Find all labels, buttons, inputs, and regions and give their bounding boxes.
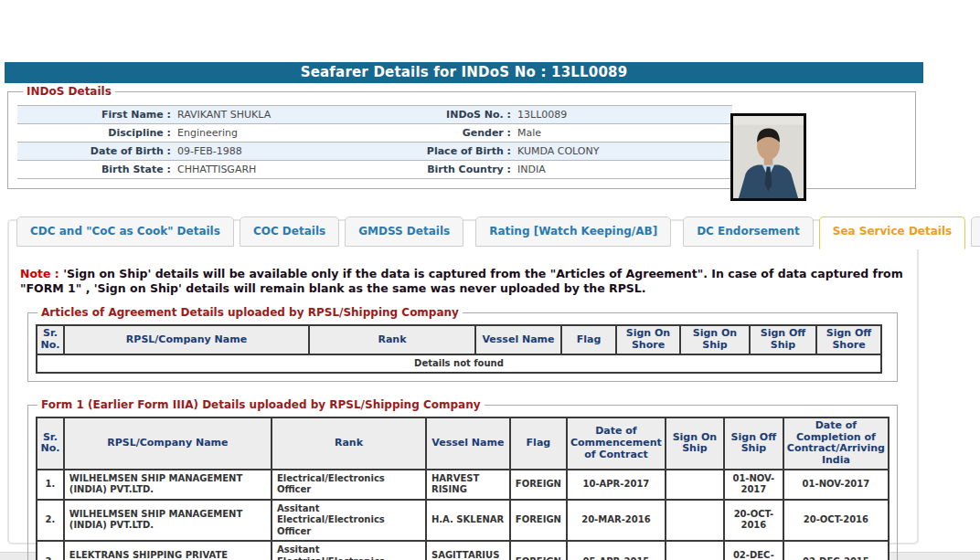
birth-country-label: Birth Country : xyxy=(420,164,511,175)
col-sign-off-ship: Sign Off Ship xyxy=(724,417,783,470)
place-of-birth-value: KUMDA COLONY xyxy=(511,145,732,157)
company-cell: WILHELMSEN SHIP MANAGEMENT (INDIA) PVT.L… xyxy=(64,470,272,500)
company-cell: WILHELMSEN SHIP MANAGEMENT (INDIA) PVT.L… xyxy=(64,500,272,542)
detail-row-discipline: Discipline : Engineering Gender : Male xyxy=(17,124,732,143)
commencement-date-cell: 20-MAR-2016 xyxy=(567,500,666,542)
col-sr-no: Sr. No. xyxy=(37,325,64,354)
tab-rating-watch-keeping-ab[interactable]: Rating [Watch Keeping/AB] xyxy=(475,217,671,247)
sign-on-ship-note: Note : 'Sign on Ship' details will be av… xyxy=(20,267,906,295)
completion-date-cell: 20-OCT-2016 xyxy=(783,500,889,542)
table-row: 3. ELEKTRANS SHIPPING PRIVATE LIMITED As… xyxy=(37,541,889,560)
portrait-illustration xyxy=(733,116,804,198)
col-vessel-name: Vessel Name xyxy=(426,417,510,470)
tab-training-details[interactable]: Training Details xyxy=(971,217,980,247)
discipline-label: Discipline : xyxy=(17,127,171,139)
table-header-row: Sr. No. RPSL/Company Name Rank Vessel Na… xyxy=(37,325,881,354)
birth-state-label: Birth State : xyxy=(17,164,171,175)
sign-off-ship-cell: 02-DEC-2015 xyxy=(724,541,783,560)
birth-state-value: CHHATTISGARH xyxy=(171,164,420,175)
page: Seafarer Details for INDoS No : 13LL0089… xyxy=(0,0,980,560)
col-date-of-completion: Date of Completion of Contract/Arriving … xyxy=(783,417,889,470)
col-date-of-commencement: Date of Commencement of Contract xyxy=(567,417,666,470)
vessel-cell: HARVEST RISING xyxy=(426,470,510,500)
discipline-value: Engineering xyxy=(171,127,420,139)
sign-on-ship-cell xyxy=(666,500,724,542)
indos-details-legend: INDoS Details xyxy=(23,85,115,98)
date-of-birth-value: 09-FEB-1988 xyxy=(171,145,420,157)
col-flag: Flag xyxy=(510,417,567,470)
rank-cell: Assitant Electrical/Electronics Officer xyxy=(272,500,426,542)
col-sr-no: Sr. No. xyxy=(37,417,64,470)
articles-of-agreement-table: Sr. No. RPSL/Company Name Rank Vessel Na… xyxy=(36,324,882,374)
detail-row-birth-state: Birth State : CHHATTISGARH Birth Country… xyxy=(17,161,732,179)
detail-tabs: CDC and "CoC as Cook" Details COC Detail… xyxy=(16,217,980,247)
flag-cell: FOREIGN xyxy=(510,500,567,542)
sea-service-panel: Note : 'Sign on Ship' details will be av… xyxy=(7,219,919,544)
place-of-birth-label: Place of Birth : xyxy=(420,145,511,157)
tab-cdc-coc-as-cook-details[interactable]: CDC and "CoC as Cook" Details xyxy=(16,217,234,247)
page-title: Seafarer Details for INDoS No : 13LL0089 xyxy=(5,62,923,83)
tab-sea-service-details[interactable]: Sea Service Details xyxy=(819,217,965,249)
indos-details-grid: First Name : RAVIKANT SHUKLA INDoS No. :… xyxy=(17,105,732,179)
col-sign-off-shore: Sign Off Shore xyxy=(816,325,881,354)
gender-label: Gender : xyxy=(420,127,511,139)
rank-cell: Assitant Electrical/Electronics Officer xyxy=(272,541,426,560)
sign-on-ship-cell xyxy=(666,470,724,500)
completion-date-cell: 02-DEC-2015 xyxy=(783,541,889,560)
flag-cell: FOREIGN xyxy=(510,541,567,560)
tab-coc-details[interactable]: COC Details xyxy=(240,217,339,247)
first-name-value: RAVIKANT SHUKLA xyxy=(171,109,420,121)
table-row: 2. WILHELMSEN SHIP MANAGEMENT (INDIA) PV… xyxy=(37,500,889,542)
birth-country-value: INDIA xyxy=(511,164,732,175)
indos-no-label: INDoS No. : xyxy=(420,109,511,121)
col-rank: Rank xyxy=(272,417,426,470)
tab-gmdss-details[interactable]: GMDSS Details xyxy=(345,217,463,247)
col-sign-off-ship: Sign Off Ship xyxy=(750,325,816,354)
sign-on-ship-cell xyxy=(666,541,724,560)
note-prefix: Note : xyxy=(20,267,59,280)
commencement-date-cell: 05-APR-2015 xyxy=(567,541,666,560)
empty-row: Details not found xyxy=(37,354,881,374)
date-of-birth-label: Date of Birth : xyxy=(17,145,171,157)
col-sign-on-ship: Sign On Ship xyxy=(666,417,724,470)
table-row: 1. WILHELMSEN SHIP MANAGEMENT (INDIA) PV… xyxy=(37,470,889,500)
indos-no-value: 13LL0089 xyxy=(511,109,732,121)
first-name-label: First Name : xyxy=(17,109,171,121)
gender-value: Male xyxy=(511,127,732,139)
completion-date-cell: 01-NOV-2017 xyxy=(783,470,889,500)
col-flag: Flag xyxy=(561,325,616,354)
rank-cell: Electrical/Electronics Officer xyxy=(272,470,426,500)
col-vessel-name: Vessel Name xyxy=(475,325,561,354)
tab-dc-endorsement[interactable]: DC Endorsement xyxy=(683,217,814,247)
sr-no-cell: 1. xyxy=(37,470,64,500)
commencement-date-cell: 10-APR-2017 xyxy=(567,470,666,500)
flag-cell: FOREIGN xyxy=(510,470,567,500)
sign-off-ship-cell: 20-OCT-2016 xyxy=(724,500,783,542)
form1-legend: Form 1 (Earlier Form IIIA) Details uploa… xyxy=(37,398,485,411)
sr-no-cell: 3. xyxy=(37,541,64,560)
seafarer-photo xyxy=(730,113,806,201)
col-rank: Rank xyxy=(309,325,475,354)
articles-of-agreement-section: Articles of Agreement Details uploaded b… xyxy=(27,306,898,382)
vessel-cell: SAGITTARIUS OCEAN xyxy=(426,541,510,560)
details-not-found-message: Details not found xyxy=(37,354,881,374)
form1-table: Sr. No. RPSL/Company Name Rank Vessel Na… xyxy=(36,417,889,560)
company-cell: ELEKTRANS SHIPPING PRIVATE LIMITED xyxy=(64,541,272,560)
indos-details-section: INDoS Details First Name : RAVIKANT SHUK… xyxy=(7,85,916,189)
articles-of-agreement-legend: Articles of Agreement Details uploaded b… xyxy=(37,306,463,319)
form1-section: Form 1 (Earlier Form IIIA) Details uploa… xyxy=(27,398,898,560)
vessel-cell: H.A. SKLENAR xyxy=(426,500,510,542)
note-text: 'Sign on Ship' details will be available… xyxy=(20,267,903,295)
detail-row-birth-date: Date of Birth : 09-FEB-1988 Place of Bir… xyxy=(17,143,732,161)
col-rpsl-company-name: RPSL/Company Name xyxy=(64,417,272,470)
col-sign-on-shore: Sign On Shore xyxy=(616,325,680,354)
col-sign-on-ship: Sign On Ship xyxy=(680,325,750,354)
table-header-row: Sr. No. RPSL/Company Name Rank Vessel Na… xyxy=(37,417,889,470)
sr-no-cell: 2. xyxy=(37,500,64,542)
detail-row-first-name: First Name : RAVIKANT SHUKLA INDoS No. :… xyxy=(17,106,732,124)
col-rpsl-company-name: RPSL/Company Name xyxy=(64,325,309,354)
sign-off-ship-cell: 01-NOV-2017 xyxy=(724,470,783,500)
